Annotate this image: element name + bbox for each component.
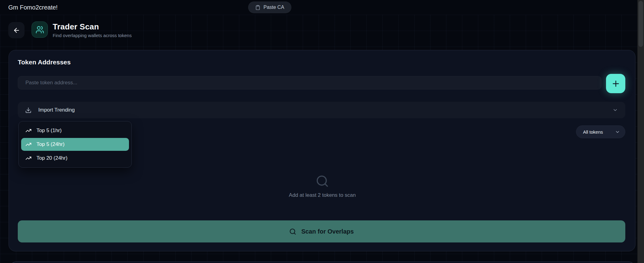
chevron-down-icon <box>615 129 620 135</box>
search-icon <box>289 228 296 235</box>
scan-for-overlaps-button[interactable]: Scan for Overlaps <box>18 220 625 242</box>
trending-option-label: Top 5 (1hr) <box>36 128 62 134</box>
trending-up-icon <box>25 128 32 134</box>
search-icon <box>316 174 329 188</box>
users-icon <box>36 25 44 34</box>
trending-option-label: Top 5 (24hr) <box>36 141 65 147</box>
token-filter-select[interactable]: All tokens <box>576 125 625 138</box>
import-trending-toggle[interactable]: Import Trending <box>18 102 625 118</box>
plus-icon <box>611 79 620 88</box>
next-section-card <box>10 261 635 263</box>
top-bar: Gm Fomo2create! Paste CA <box>0 0 637 15</box>
paste-ca-button[interactable]: Paste CA <box>248 2 291 13</box>
trending-option-label: Top 20 (24hr) <box>36 155 67 161</box>
trending-option-top20-24hr[interactable]: Top 20 (24hr) <box>21 152 129 165</box>
scrollbar-track[interactable] <box>637 0 644 263</box>
trending-option-top5-1hr[interactable]: Top 5 (1hr) <box>21 124 129 137</box>
page-subtitle: Find overlapping wallets across tokens <box>53 33 132 38</box>
trending-up-icon <box>25 141 32 147</box>
add-token-button[interactable] <box>606 74 625 93</box>
back-button[interactable] <box>8 22 25 38</box>
chevron-down-icon <box>612 107 618 113</box>
paste-ca-label: Paste CA <box>263 5 284 10</box>
token-filter-value: All tokens <box>583 129 603 135</box>
trending-option-top5-24hr[interactable]: Top 5 (24hr) <box>21 138 129 151</box>
token-address-input[interactable] <box>18 76 601 90</box>
clipboard-icon <box>255 5 260 10</box>
empty-state-text: Add at least 2 tokens to scan <box>289 192 356 198</box>
import-trending-label: Import Trending <box>38 107 75 113</box>
trending-up-icon <box>25 155 32 161</box>
empty-state: Add at least 2 tokens to scan <box>9 174 636 198</box>
greeting-text: Gm Fomo2create! <box>8 0 58 15</box>
page-title: Trader Scan <box>53 22 99 32</box>
token-addresses-card: Token Addresses Import Trending <box>9 50 635 251</box>
arrow-left-icon <box>13 27 20 34</box>
scan-button-label: Scan for Overlaps <box>301 228 354 235</box>
scrollbar-thumb[interactable] <box>638 1 643 47</box>
download-icon <box>25 107 32 113</box>
card-heading: Token Addresses <box>18 59 71 66</box>
trending-menu: Top 5 (1hr) Top 5 (24hr) Top 20 (24hr) <box>18 121 132 168</box>
trader-scan-tile <box>32 21 48 38</box>
